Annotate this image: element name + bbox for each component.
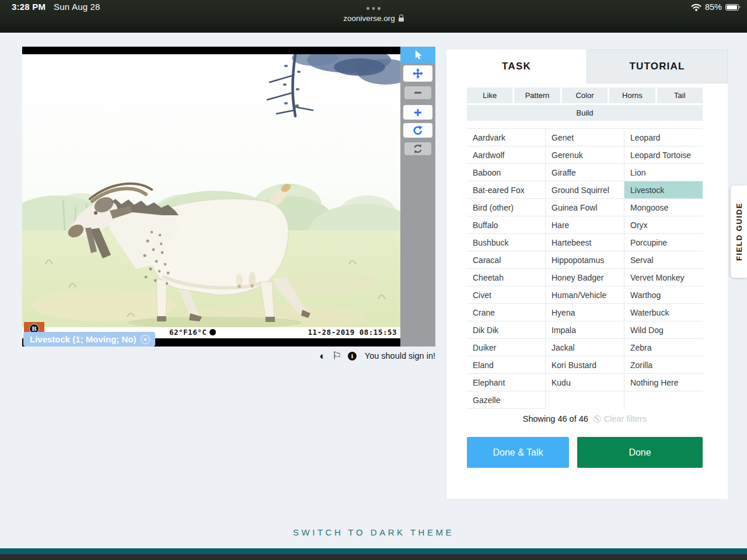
footer-accent-bar xyxy=(0,548,747,554)
showing-count: Showing 46 of 46 xyxy=(523,414,588,424)
species-item-livestock[interactable]: Livestock xyxy=(624,181,703,199)
species-item-waterbuck[interactable]: Waterbuck xyxy=(624,304,703,321)
pointer-icon xyxy=(412,49,424,61)
tab-bar: TASK TUTORIAL xyxy=(446,50,728,83)
species-item-bat-eared-fox[interactable]: Bat-eared Fox xyxy=(467,181,545,199)
species-item-gerenuk[interactable]: Gerenuk xyxy=(546,146,624,164)
status-right: 85% xyxy=(691,2,739,12)
species-item-gazelle[interactable]: Gazelle xyxy=(467,391,545,409)
field-guide-tab[interactable]: FIELD GUIDE xyxy=(731,186,747,278)
pointer-tool-button[interactable] xyxy=(400,47,435,63)
species-item-honey-badger[interactable]: Honey Badger xyxy=(546,269,624,286)
image-toolbar xyxy=(400,47,435,346)
invert-colors-icon[interactable]: ◐ xyxy=(319,351,325,361)
screen: 3:28 PMSun Aug 28 zooniverse.org 85% xyxy=(0,0,747,560)
species-item-hyena[interactable]: Hyena xyxy=(546,304,624,321)
species-item-hartebeest[interactable]: Hartebeest xyxy=(546,234,624,251)
species-item-guinea-fowl[interactable]: Guinea Fowl xyxy=(546,199,624,216)
filter-horns-button[interactable]: Horns xyxy=(609,88,655,103)
species-item-lion[interactable]: Lion xyxy=(624,164,703,181)
species-item-zebra[interactable]: Zebra xyxy=(624,339,703,356)
species-item-nothing-here[interactable]: Nothing Here xyxy=(624,374,703,391)
species-item-civet[interactable]: Civet xyxy=(467,286,545,304)
filter-tail-button[interactable]: Tail xyxy=(657,88,703,103)
species-item-cheetah[interactable]: Cheetah xyxy=(467,269,545,286)
zoom-out-tool-button[interactable] xyxy=(404,86,431,99)
ban-icon xyxy=(594,415,601,423)
species-item-crane[interactable]: Crane xyxy=(467,304,545,321)
results-summary: Showing 46 of 46 Clear filters xyxy=(467,412,703,425)
clear-filters-button[interactable]: Clear filters xyxy=(594,414,647,424)
move-tool-button[interactable] xyxy=(403,65,432,82)
species-item-elephant[interactable]: Elephant xyxy=(467,374,545,391)
tab-tutorial[interactable]: TUTORIAL xyxy=(587,50,728,83)
filter-build-button[interactable]: Build xyxy=(467,105,703,121)
species-item-hare[interactable]: Hare xyxy=(546,216,624,234)
annotation-tag-label: Livestock (1; Moving; No) xyxy=(30,334,137,344)
species-list: AardvarkAardwolfBaboonBat-eared FoxBird … xyxy=(467,128,703,409)
species-item-mongoose[interactable]: Mongoose xyxy=(624,199,703,216)
species-item-kudu[interactable]: Kudu xyxy=(546,374,624,391)
moon-phase-icon xyxy=(210,329,216,335)
species-item-wild-dog[interactable]: Wild Dog xyxy=(624,321,703,339)
species-item-aardvark[interactable]: Aardvark xyxy=(467,129,545,146)
goat-scene xyxy=(22,54,400,327)
subject-image[interactable]: B Bushnell 62°F16°C 11-28-2019 08:15:53 … xyxy=(22,47,400,346)
status-bar: 3:28 PMSun Aug 28 zooniverse.org 85% xyxy=(0,0,747,33)
species-item-caracal[interactable]: Caracal xyxy=(467,251,545,269)
species-item-oryx[interactable]: Oryx xyxy=(624,216,703,234)
species-column-1: AardvarkAardwolfBaboonBat-eared FoxBird … xyxy=(467,129,546,409)
filter-pattern-button[interactable]: Pattern xyxy=(514,88,560,103)
species-item-warthog[interactable]: Warthog xyxy=(624,286,703,304)
species-item-aardwolf[interactable]: Aardwolf xyxy=(467,146,545,164)
camera-timestamp: 11-28-2019 08:15:53 xyxy=(308,328,397,337)
annotation-tag[interactable]: Livestock (1; Moving; No) ✕ xyxy=(23,332,155,346)
species-item-hippopotamus[interactable]: Hippopotamus xyxy=(546,251,624,269)
window-handle-dots-icon[interactable] xyxy=(0,7,747,10)
battery-percent: 85% xyxy=(705,2,722,12)
reset-tool-button[interactable] xyxy=(404,142,431,155)
species-item-leopard[interactable]: Leopard xyxy=(624,129,703,146)
species-item-ground-squirrel[interactable]: Ground Squirrel xyxy=(546,181,624,199)
characteristic-filters: Like Pattern Color Horns Tail xyxy=(467,88,703,103)
species-item-jackal[interactable]: Jackal xyxy=(546,339,624,356)
species-item-bird-other-[interactable]: Bird (other) xyxy=(467,199,545,216)
done-button[interactable]: Done xyxy=(577,437,703,468)
species-item-buffalo[interactable]: Buffalo xyxy=(467,216,545,234)
subject-meta-row: ◐ ⚐ i You should sign in! xyxy=(22,349,435,363)
battery-icon xyxy=(725,4,739,10)
info-icon[interactable]: i xyxy=(348,352,357,360)
species-item-genet[interactable]: Genet xyxy=(546,129,624,146)
species-item-impala[interactable]: Impala xyxy=(546,321,624,339)
done-and-talk-button[interactable]: Done & Talk xyxy=(467,437,569,468)
url-text: zooniverse.org xyxy=(343,14,395,23)
rotate-tool-button[interactable] xyxy=(403,123,432,138)
species-item-human-vehicle[interactable]: Human/Vehicle xyxy=(546,286,624,304)
species-item-duiker[interactable]: Duiker xyxy=(467,339,545,356)
address-bar[interactable]: zooniverse.org xyxy=(0,14,747,23)
signin-message: You should sign in! xyxy=(365,351,435,360)
theme-toggle-button[interactable]: SWITCH TO DARK THEME xyxy=(0,527,747,540)
tab-task[interactable]: TASK xyxy=(446,50,587,83)
zoom-in-tool-button[interactable] xyxy=(403,105,432,120)
species-item-leopard-tortoise[interactable]: Leopard Tortoise xyxy=(624,146,703,164)
filter-color-button[interactable]: Color xyxy=(562,88,608,103)
flag-icon[interactable]: ⚐ xyxy=(332,351,341,361)
species-item-bushbuck[interactable]: Bushbuck xyxy=(467,234,545,251)
move-icon xyxy=(412,68,424,79)
species-item-porcupine[interactable]: Porcupine xyxy=(624,234,703,251)
camera-temperature: 62°F16°C xyxy=(169,328,207,337)
species-item-vervet-monkey[interactable]: Vervet Monkey xyxy=(624,269,703,286)
species-item-zorilla[interactable]: Zorilla xyxy=(624,356,703,374)
camera-trap-photo[interactable]: B Bushnell xyxy=(22,54,400,327)
remove-annotation-icon[interactable]: ✕ xyxy=(141,335,150,344)
species-item-kori-bustard[interactable]: Kori Bustard xyxy=(546,356,624,374)
filter-like-button[interactable]: Like xyxy=(467,88,512,103)
footer-dark-bar xyxy=(0,554,747,560)
action-buttons: Done & Talk Done xyxy=(467,437,703,468)
species-item-baboon[interactable]: Baboon xyxy=(467,164,545,181)
species-item-dik-dik[interactable]: Dik Dik xyxy=(467,321,545,339)
species-item-eland[interactable]: Eland xyxy=(467,356,545,374)
species-item-serval[interactable]: Serval xyxy=(624,251,703,269)
species-item-giraffe[interactable]: Giraffe xyxy=(546,164,624,181)
